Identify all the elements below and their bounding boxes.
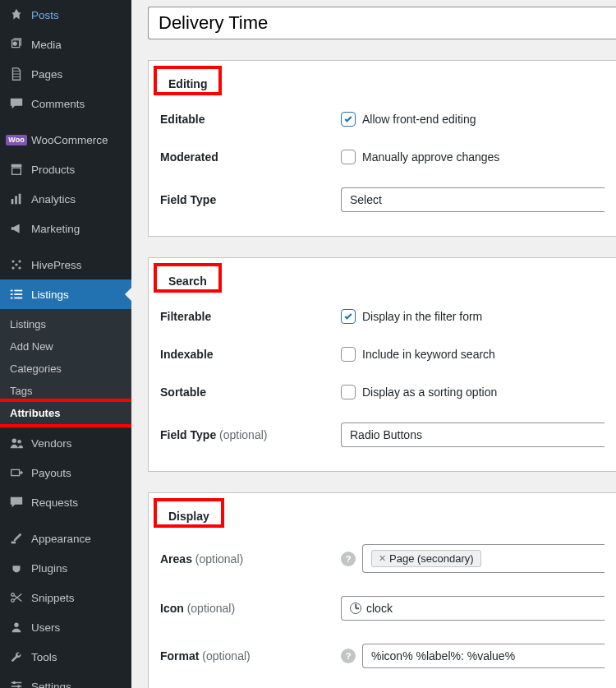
menu-users[interactable]: Users — [0, 612, 131, 642]
menu-label: Snippets — [31, 592, 75, 604]
svg-point-8 — [11, 266, 14, 269]
select-areas[interactable]: ✕Page (secondary) — [362, 544, 605, 573]
menu-label: Media — [31, 39, 62, 51]
menu-woocommerce[interactable]: Woo WooCommerce — [0, 125, 131, 155]
svg-rect-20 — [11, 542, 16, 544]
submenu-addnew[interactable]: Add New — [0, 335, 131, 358]
help-icon[interactable]: ? — [341, 552, 356, 566]
menu-posts[interactable]: Posts — [0, 0, 131, 30]
select-fieldtype-editing[interactable]: Select — [341, 187, 605, 212]
page-icon — [8, 66, 25, 82]
label-moderated: Moderated — [160, 150, 341, 164]
checkbox-moderated-text: Manually approve changes — [362, 150, 499, 164]
section-title-search: Search — [154, 263, 222, 293]
help-icon[interactable]: ? — [341, 649, 356, 663]
svg-rect-16 — [14, 298, 22, 299]
svg-point-21 — [11, 593, 15, 597]
menu-snippets[interactable]: Snippets — [0, 583, 131, 612]
menu-plugins[interactable]: Plugins — [0, 553, 131, 583]
title-input[interactable] — [148, 7, 616, 39]
menu-label: Users — [31, 621, 60, 634]
select-fieldtype-search[interactable]: Radio Buttons — [341, 422, 605, 447]
checkbox-sortable[interactable] — [341, 385, 356, 399]
menu-tools[interactable]: Tools — [0, 642, 131, 672]
menu-label: Tools — [31, 651, 57, 663]
comment-icon — [8, 494, 25, 510]
menu-label: Plugins — [31, 562, 67, 575]
section-display: Display Areas (optional) ? ✕Page (second… — [148, 492, 616, 688]
submenu-attributes[interactable]: Attributes — [0, 402, 131, 424]
svg-rect-19 — [11, 469, 20, 475]
archive-icon — [8, 161, 25, 178]
menu-comments[interactable]: Comments — [0, 89, 131, 118]
svg-rect-5 — [19, 194, 21, 205]
menu-label: Comments — [31, 98, 85, 110]
menu-settings[interactable]: Settings — [0, 672, 131, 688]
checkbox-editable[interactable] — [341, 112, 356, 127]
menu-label: Products — [31, 164, 75, 176]
user-icon — [8, 619, 25, 635]
label-filterable: Filterable — [160, 310, 211, 323]
menu-hivepress[interactable]: HivePress — [0, 250, 131, 279]
checkbox-moderated[interactable] — [341, 150, 356, 164]
section-title-display: Display — [154, 498, 224, 528]
section-editing: Editing Editable Allow front-end editing… — [148, 60, 616, 237]
menu-products[interactable]: Products — [0, 155, 131, 184]
svg-rect-1 — [11, 164, 22, 168]
svg-point-17 — [12, 439, 16, 443]
comment-icon — [8, 95, 25, 112]
svg-rect-14 — [14, 293, 22, 295]
menu-label: Requests — [31, 496, 78, 509]
svg-point-25 — [17, 685, 21, 688]
svg-rect-15 — [11, 298, 13, 299]
media-icon — [8, 36, 25, 53]
menu-label: Settings — [31, 681, 71, 689]
submenu-listings: Listings Add New Categories Tags Attribu… — [0, 309, 131, 428]
svg-point-23 — [14, 623, 18, 627]
label-icon: Icon (optional) — [160, 602, 341, 615]
section-search: Search Filterable Display in the filter … — [148, 257, 616, 472]
menu-analytics[interactable]: Analytics — [0, 184, 131, 214]
svg-point-7 — [18, 260, 21, 262]
menu-marketing[interactable]: Marketing — [0, 214, 131, 243]
menu-requests[interactable]: Requests — [0, 487, 131, 517]
clock-icon — [350, 603, 361, 614]
checkbox-indexable-text: Include in keyword search — [362, 348, 495, 361]
checkbox-editable-text: Allow front-end editing — [362, 113, 476, 126]
menu-label: Appearance — [31, 533, 91, 545]
menu-payouts[interactable]: Payouts — [0, 458, 131, 487]
svg-point-9 — [18, 266, 21, 269]
sliders-icon — [8, 678, 25, 688]
svg-point-6 — [11, 260, 14, 262]
list-icon — [8, 286, 25, 302]
label-format: Format (optional) — [160, 649, 341, 663]
menu-appearance[interactable]: Appearance — [0, 524, 131, 553]
svg-rect-11 — [11, 290, 13, 292]
checkbox-filterable[interactable] — [341, 309, 356, 324]
svg-rect-2 — [12, 168, 21, 174]
tag-area[interactable]: ✕Page (secondary) — [371, 550, 481, 567]
submenu-categories[interactable]: Categories — [0, 358, 131, 380]
checkbox-filterable-text: Display in the filter form — [362, 310, 482, 323]
menu-label: HivePress — [31, 259, 82, 271]
menu-media[interactable]: Media — [0, 30, 131, 59]
menu-listings[interactable]: Listings — [0, 279, 131, 309]
tag-remove-icon[interactable]: ✕ — [379, 553, 386, 564]
svg-point-24 — [13, 681, 16, 685]
section-title-editing: Editing — [154, 66, 222, 95]
select-icon[interactable]: clock — [341, 596, 605, 621]
submenu-listings-all[interactable]: Listings — [0, 313, 131, 335]
svg-rect-3 — [11, 199, 14, 204]
menu-label: WooCommerce — [31, 134, 108, 146]
plug-icon — [8, 560, 25, 576]
input-format[interactable]: %icon% %label%: %value% — [362, 644, 605, 668]
megaphone-icon — [8, 220, 25, 237]
menu-label: Vendors — [31, 437, 72, 450]
checkbox-indexable[interactable] — [341, 347, 356, 362]
label-areas: Areas (optional) — [160, 552, 341, 566]
label-editable: Editable — [160, 113, 205, 126]
menu-vendors[interactable]: Vendors — [0, 428, 131, 458]
menu-label: Listings — [31, 289, 69, 301]
menu-pages[interactable]: Pages — [0, 59, 131, 89]
users-icon — [8, 435, 25, 451]
